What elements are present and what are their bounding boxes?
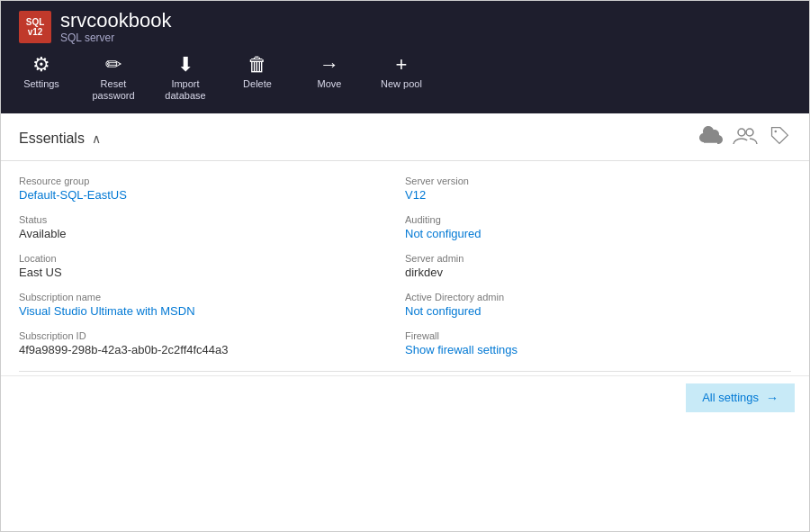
delete-label: Delete [243,78,272,90]
firewall-label: Firewall [405,330,791,341]
subscription-name-label: Subscription name [19,292,377,302]
main-content: Essentials ∧ [1,113,809,531]
essentials-right-col: Server version V12 Auditing Not configur… [405,176,791,356]
field-resource-group: Resource group Default-SQL-EastUS [19,176,377,202]
toolbar: SQL v12 srvcookbook SQL server ⚙ Setting… [1,1,809,113]
all-settings-label: All settings [702,391,759,404]
essentials-left-col: Resource group Default-SQL-EastUS Status… [19,176,405,356]
field-server-version: Server version V12 [405,176,791,202]
svg-point-0 [738,129,745,136]
server-version-value[interactable]: V12 [405,188,791,202]
settings-label: Settings [23,78,59,90]
move-button[interactable]: → Move [307,55,352,90]
arrow-right-icon: → [766,391,778,405]
server-version-label: Server version [405,176,791,186]
settings-button[interactable]: ⚙ Settings [19,55,64,90]
auditing-value[interactable]: Not configured [405,227,791,240]
sql-badge: SQL v12 [19,11,51,43]
server-admin-value: dirkdev [405,266,791,279]
new-pool-button[interactable]: + New pool [379,55,424,90]
subscription-id-label: Subscription ID [19,330,377,341]
new-pool-icon: + [396,55,408,75]
auditing-label: Auditing [405,214,791,225]
field-location: Location East US [19,253,377,279]
reset-password-label: Resetpassword [92,78,134,102]
location-label: Location [19,253,377,264]
ad-admin-label: Active Directory admin [405,292,791,302]
location-value: East US [19,266,377,279]
new-pool-label: New pool [381,78,422,90]
all-settings-button[interactable]: All settings → [686,383,795,412]
title-block: srvcookbook SQL server [60,10,172,44]
tag-icon[interactable] [768,126,791,151]
cloud-icon[interactable] [698,126,723,151]
people-icon[interactable] [732,126,759,151]
svg-point-2 [775,130,778,132]
status-label: Status [19,214,377,225]
subscription-name-value[interactable]: Visual Studio Ultimate with MSDN [19,304,377,318]
resource-group-value[interactable]: Default-SQL-EastUS [19,188,377,202]
essentials-label: Essentials [19,131,85,147]
status-value: Available [19,227,377,240]
settings-icon: ⚙ [32,55,50,75]
import-database-button[interactable]: ⬇ Importdatabase [163,55,208,102]
import-database-label: Importdatabase [165,78,205,102]
field-auditing: Auditing Not configured [405,214,791,240]
delete-icon: 🗑 [248,55,267,75]
essentials-title-row: Essentials ∧ [19,131,101,147]
move-label: Move [318,78,342,90]
field-subscription-id: Subscription ID 4f9a9899-298b-42a3-ab0b-… [19,330,377,356]
main-window: SQL v12 srvcookbook SQL server ⚙ Setting… [0,0,810,532]
essentials-grid: Resource group Default-SQL-EastUS Status… [1,161,809,371]
all-settings-row: All settings → [1,375,809,423]
field-subscription-name: Subscription name Visual Studio Ultimate… [19,292,377,318]
field-ad-admin: Active Directory admin Not configured [405,292,791,318]
import-icon: ⬇ [177,55,194,75]
field-server-admin: Server admin dirkdev [405,253,791,279]
subscription-id-value: 4f9a9899-298b-42a3-ab0b-2c2ff4fc44a3 [19,343,377,356]
delete-button[interactable]: 🗑 Delete [235,55,280,90]
field-status: Status Available [19,214,377,240]
reset-password-button[interactable]: ✏ Resetpassword [91,55,136,102]
server-subtitle: SQL server [60,32,172,44]
server-title: srvcookbook [60,10,172,32]
firewall-value[interactable]: Show firewall settings [405,343,791,356]
field-firewall: Firewall Show firewall settings [405,330,791,356]
move-icon: → [320,55,339,75]
toolbar-actions: ⚙ Settings ✏ Resetpassword ⬇ Importdatab… [19,55,791,102]
svg-point-1 [746,129,753,136]
essentials-icon-group [698,126,791,151]
collapse-icon[interactable]: ∧ [92,131,101,146]
edit-icon: ✏ [105,55,122,75]
ad-admin-value[interactable]: Not configured [405,304,791,318]
server-admin-label: Server admin [405,253,791,264]
essentials-header: Essentials ∧ [1,113,809,161]
resource-group-label: Resource group [19,176,377,186]
title-row: SQL v12 srvcookbook SQL server [19,10,791,44]
essentials-divider [19,371,791,372]
